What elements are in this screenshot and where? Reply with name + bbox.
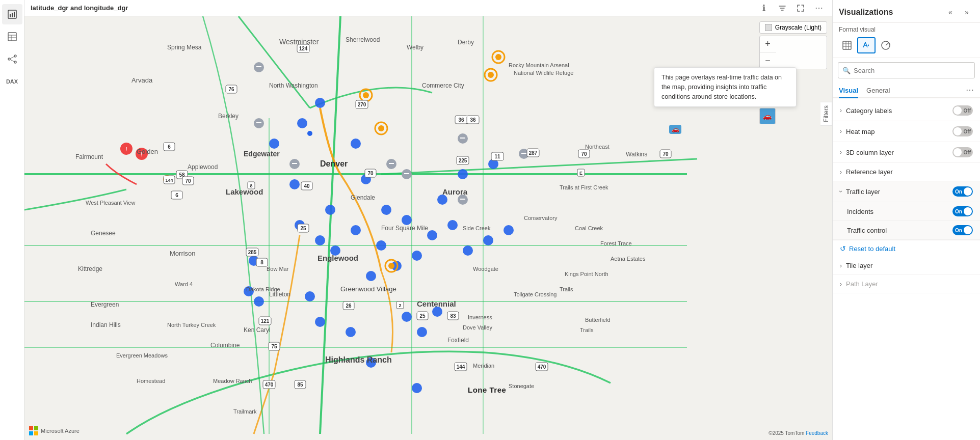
settings-item-path-layer[interactable]: › Path Layer bbox=[833, 275, 980, 293]
report-nav-icon[interactable] bbox=[2, 4, 22, 24]
collapse-panel-button[interactable]: « bbox=[943, 5, 958, 19]
svg-point-68 bbox=[488, 72, 494, 78]
map-style-badge[interactable]: Grayscale (Light) bbox=[759, 21, 827, 34]
more-options-button[interactable]: ⋯ bbox=[812, 1, 826, 15]
azure-label: Microsoft Azure bbox=[41, 428, 80, 434]
map-style-label: Grayscale (Light) bbox=[775, 24, 822, 31]
svg-text:225: 225 bbox=[459, 158, 467, 163]
svg-point-30 bbox=[289, 179, 300, 189]
svg-text:124: 124 bbox=[299, 46, 308, 51]
chevron-category-labels-icon: › bbox=[840, 107, 842, 114]
settings-list: › Category labels Off › Heat map Off › bbox=[833, 98, 980, 440]
tab-general[interactable]: General bbox=[866, 82, 890, 98]
incidents-toggle[interactable]: On bbox=[952, 206, 973, 216]
settings-item-3d-column[interactable]: › 3D column layer Off bbox=[833, 142, 980, 163]
settings-item-reference-layer[interactable]: › Reference layer bbox=[833, 163, 980, 181]
svg-point-66 bbox=[495, 54, 501, 60]
svg-point-41 bbox=[412, 251, 422, 261]
svg-text:Watkins: Watkins bbox=[626, 151, 647, 158]
reset-default-button[interactable]: ↺ Reset to default bbox=[833, 240, 980, 257]
svg-text:🚗: 🚗 bbox=[672, 125, 679, 133]
incidents-label: Incidents bbox=[847, 208, 873, 215]
model-nav-icon[interactable] bbox=[2, 49, 22, 69]
tab-visual[interactable]: Visual bbox=[839, 82, 858, 98]
svg-text:Woodgate: Woodgate bbox=[473, 266, 498, 272]
tab-more-button[interactable]: ⋯ bbox=[966, 85, 974, 95]
filters-tab[interactable]: Filters bbox=[820, 102, 832, 126]
svg-rect-78 bbox=[389, 163, 394, 164]
svg-text:Welby: Welby bbox=[407, 44, 423, 51]
search-box[interactable]: 🔍 bbox=[838, 62, 975, 78]
svg-text:Applewood: Applewood bbox=[188, 163, 218, 171]
svg-text:Rocky Mountain Arsenal: Rocky Mountain Arsenal bbox=[509, 62, 569, 68]
svg-text:Fairmount: Fairmount bbox=[75, 153, 103, 160]
tomtom-credit: ©2025 TomTom Feedback bbox=[769, 430, 828, 436]
category-labels-toggle[interactable]: Off bbox=[952, 105, 973, 116]
paint-format-button[interactable] bbox=[857, 37, 876, 53]
dax-nav-icon[interactable]: DAX bbox=[2, 71, 22, 92]
svg-point-43 bbox=[447, 220, 458, 230]
settings-item-traffic-layer[interactable]: › Traffic layer On bbox=[833, 181, 980, 202]
svg-point-33 bbox=[315, 235, 325, 245]
svg-text:Ken Caryl: Ken Caryl bbox=[244, 326, 271, 334]
car-mode-button[interactable]: 🚗 bbox=[759, 108, 776, 124]
info-button[interactable]: ℹ bbox=[757, 1, 771, 15]
3d-column-toggle[interactable]: Off bbox=[952, 147, 973, 157]
zoom-in-button[interactable]: + bbox=[760, 36, 776, 52]
settings-item-category-labels[interactable]: › Category labels Off bbox=[833, 100, 980, 121]
svg-text:8: 8 bbox=[250, 183, 252, 188]
svg-rect-221 bbox=[34, 431, 38, 435]
search-input[interactable] bbox=[854, 67, 970, 74]
search-icon: 🔍 bbox=[842, 67, 851, 74]
svg-text:8: 8 bbox=[260, 260, 263, 265]
table-nav-icon[interactable] bbox=[2, 26, 22, 47]
svg-text:Trails at First Creek: Trails at First Creek bbox=[560, 184, 608, 190]
svg-text:144: 144 bbox=[457, 364, 465, 370]
zoom-out-button[interactable]: − bbox=[760, 52, 776, 69]
feedback-link[interactable]: Feedback bbox=[806, 430, 828, 436]
chevron-traffic-layer-icon: › bbox=[837, 190, 844, 193]
analytics-format-button[interactable] bbox=[877, 37, 895, 53]
expand-panel-button[interactable]: » bbox=[960, 5, 974, 19]
filter-button[interactable] bbox=[775, 1, 789, 15]
3d-column-label: 3D column layer bbox=[846, 149, 894, 156]
svg-point-45 bbox=[483, 235, 493, 245]
svg-point-51 bbox=[315, 317, 325, 327]
svg-text:121: 121 bbox=[261, 318, 270, 324]
svg-point-36 bbox=[381, 205, 391, 215]
svg-text:70: 70 bbox=[663, 151, 669, 157]
settings-item-heat-map[interactable]: › Heat map Off bbox=[833, 121, 980, 142]
svg-point-52 bbox=[346, 327, 356, 337]
traffic-control-toggle[interactable]: On bbox=[952, 225, 973, 235]
heat-map-toggle[interactable]: Off bbox=[952, 126, 973, 136]
svg-text:Commerce City: Commerce City bbox=[422, 82, 464, 89]
svg-text:85: 85 bbox=[297, 382, 303, 388]
panel-tabs: Visual General ⋯ bbox=[833, 82, 980, 98]
svg-text:285: 285 bbox=[248, 250, 257, 255]
svg-text:Forest Trace: Forest Trace bbox=[600, 240, 632, 246]
svg-text:Side Creek: Side Creek bbox=[463, 225, 491, 231]
svg-text:75: 75 bbox=[271, 344, 277, 349]
map-container[interactable]: ! ! Arvada Spring Mesa Fairmount Golden … bbox=[24, 16, 832, 440]
grid-format-button[interactable] bbox=[838, 37, 856, 53]
traffic-layer-toggle[interactable]: On bbox=[952, 186, 973, 197]
svg-text:Evergreen: Evergreen bbox=[91, 301, 119, 308]
chevron-tile-layer-icon: › bbox=[840, 262, 842, 269]
svg-text:Foxfield: Foxfield bbox=[447, 337, 469, 344]
svg-text:Sherrelwood: Sherrelwood bbox=[346, 36, 380, 43]
svg-text:83: 83 bbox=[450, 313, 456, 319]
settings-item-tile-layer[interactable]: › Tile layer bbox=[833, 257, 980, 275]
tile-layer-label: Tile layer bbox=[846, 262, 872, 269]
expand-button[interactable] bbox=[793, 1, 808, 15]
svg-text:North Turkey Creek: North Turkey Creek bbox=[167, 322, 216, 328]
svg-text:Morrison: Morrison bbox=[170, 250, 196, 257]
svg-point-59 bbox=[254, 296, 264, 307]
svg-text:Littleton: Littleton bbox=[269, 291, 290, 298]
traffic-incidents-item[interactable]: Incidents On bbox=[833, 202, 980, 221]
svg-text:76: 76 bbox=[228, 87, 234, 92]
svg-point-38 bbox=[376, 240, 386, 251]
traffic-control-item[interactable]: Traffic control On bbox=[833, 221, 980, 240]
svg-text:Denver: Denver bbox=[320, 159, 348, 168]
svg-text:E: E bbox=[579, 171, 582, 176]
svg-rect-222 bbox=[843, 41, 851, 49]
